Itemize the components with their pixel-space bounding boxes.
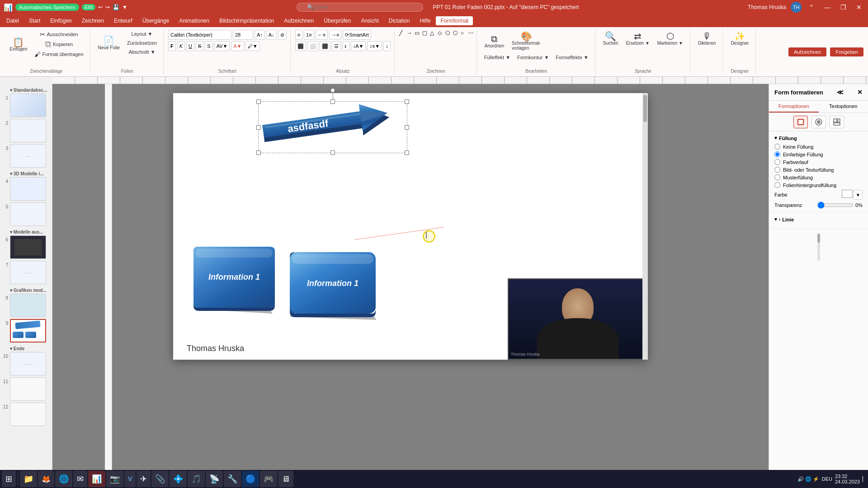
slide-preview-9[interactable]: [10, 319, 46, 343]
more-icon[interactable]: ▼: [122, 4, 127, 10]
shape-more[interactable]: ⋯: [468, 30, 476, 36]
taskbar-telegram[interactable]: ✈: [137, 471, 151, 487]
font-color-btn[interactable]: A▼: [231, 41, 244, 51]
tab-formoptionen[interactable]: Formoptionen: [769, 101, 819, 113]
taskbar-powerpoint[interactable]: 📊: [88, 471, 105, 487]
color-swatch[interactable]: [842, 190, 853, 198]
shadow-button[interactable]: S: [205, 41, 212, 51]
slide-preview-10[interactable]: --- ---: [10, 352, 46, 375]
layout-icon-btn[interactable]: [830, 116, 844, 128]
columns-btn[interactable]: ⫾: [342, 41, 349, 51]
effects-icon-btn[interactable]: [811, 116, 826, 128]
panel-scrollbar[interactable]: [817, 234, 820, 261]
slide-thumb-1[interactable]: 1: [2, 94, 50, 117]
taskbar-firefox[interactable]: 🦊: [38, 471, 54, 487]
taskbar-app6[interactable]: 🖥: [278, 471, 293, 487]
slide-thumb-4[interactable]: 4: [2, 177, 50, 201]
format-painter-button[interactable]: 🖌Format übertragen: [32, 50, 86, 59]
fill-none-radio[interactable]: [774, 144, 780, 150]
handle-tl[interactable]: [256, 99, 261, 104]
highlight-color-btn[interactable]: 🖊▼: [245, 41, 260, 51]
numbered-list-btn[interactable]: 1≡: [304, 30, 314, 40]
panel-close-icon[interactable]: ✕: [857, 89, 863, 96]
slide-thumb-5[interactable]: 5: [2, 202, 50, 226]
handle-tr[interactable]: [405, 99, 409, 104]
taskbar-camera[interactable]: 📷: [106, 471, 123, 487]
taskbar-app4[interactable]: 🔵: [242, 471, 259, 487]
scrollbar-thumb[interactable]: [643, 95, 647, 122]
window-minimize-btn[interactable]: —: [821, 4, 833, 11]
menu-zeichnen[interactable]: Zeichnen: [77, 16, 108, 25]
taskbar-app3[interactable]: 📡: [206, 471, 223, 487]
handle-br[interactable]: [405, 150, 409, 155]
font-decrease-btn[interactable]: A↓: [266, 30, 277, 40]
slide-preview-3[interactable]: ---: [10, 144, 46, 168]
fill-gradient-radio[interactable]: [774, 159, 780, 165]
shape-arrow[interactable]: →: [407, 30, 414, 36]
taskbar-chrome[interactable]: 🌐: [55, 471, 72, 487]
font-name-input[interactable]: [168, 30, 231, 40]
effects-button[interactable]: Formeffekte ▼: [553, 53, 591, 61]
smartart-convert-btn[interactable]: ⟳SmartArt: [343, 30, 371, 40]
group-label-ende[interactable]: Ende: [2, 344, 50, 352]
taskbar-visio[interactable]: V: [124, 471, 136, 487]
justify-btn[interactable]: ☰: [332, 41, 341, 51]
group-label-3dmodels[interactable]: 3D Modelle i...: [2, 169, 50, 177]
taskbar-outlook[interactable]: ✉: [73, 471, 87, 487]
reset-button[interactable]: Zurücksetzen: [124, 39, 160, 47]
window-close-btn[interactable]: ✕: [854, 4, 864, 11]
search-input[interactable]: [297, 3, 423, 12]
slide-thumb-7[interactable]: 7 --- ---: [2, 261, 50, 284]
handle-tc[interactable]: [330, 99, 335, 104]
shape-line[interactable]: ╱: [399, 30, 406, 36]
undo-icon[interactable]: ↩: [98, 4, 103, 10]
transparency-slider[interactable]: [817, 202, 854, 209]
freigeben-button[interactable]: Freigeben: [830, 47, 863, 56]
taskbar-app5[interactable]: 🎮: [260, 471, 277, 487]
menu-ueberpruefen[interactable]: Überprüfen: [319, 16, 355, 25]
align-center-btn[interactable]: ⬜: [307, 41, 318, 51]
copy-button[interactable]: ⿻Kopieren: [32, 40, 86, 49]
slide-preview-8[interactable]: [10, 294, 46, 317]
rotation-handle[interactable]: [330, 88, 335, 93]
section-button[interactable]: Abschnitt ▼: [124, 48, 160, 56]
taskbar-file-explorer[interactable]: 📁: [20, 471, 37, 487]
slide-thumb-2[interactable]: 2: [2, 119, 50, 142]
align-text-btn[interactable]: ↕≡▼: [367, 41, 382, 51]
slide-thumb-3[interactable]: 3 ---: [2, 144, 50, 168]
aufzeichnen-button[interactable]: Aufzeichnen: [788, 47, 827, 56]
group-label-models[interactable]: Modelle aus...: [2, 228, 50, 235]
tab-textoptionen[interactable]: Textoptionen: [819, 101, 868, 113]
text-direction-btn[interactable]: ↕A▼: [351, 41, 366, 51]
font-increase-btn[interactable]: A↑: [255, 30, 265, 40]
menu-aufzeichnen[interactable]: Aufzeichnen: [279, 16, 318, 25]
strikethrough-button[interactable]: S: [196, 41, 203, 51]
align-left-btn[interactable]: ⬛: [295, 41, 306, 51]
cut-button[interactable]: ✂Ausschneiden: [32, 30, 86, 39]
menu-einfuegen[interactable]: Einfügen: [46, 16, 76, 25]
italic-button[interactable]: K: [177, 41, 185, 51]
fill-line-icon-btn[interactable]: [793, 116, 808, 128]
bold-button[interactable]: F: [168, 41, 176, 51]
search-replace-btn[interactable]: 🔍 Suchen: [600, 30, 622, 47]
slide-thumb-12[interactable]: 12: [2, 403, 50, 426]
handle-mr[interactable]: [405, 125, 409, 130]
shape-diamond[interactable]: ◇: [438, 30, 445, 36]
group-label-standard[interactable]: Standardabsc...: [2, 86, 50, 94]
slide-thumb-11[interactable]: 11: [2, 377, 50, 401]
start-button[interactable]: ⊞: [2, 471, 16, 487]
slide-preview-1[interactable]: [10, 94, 46, 117]
handle-bl[interactable]: [256, 150, 261, 155]
slide-scrollbar[interactable]: [642, 93, 648, 360]
menu-datei[interactable]: Datei: [2, 16, 24, 25]
menu-ansicht[interactable]: Ansicht: [356, 16, 383, 25]
panel-collapse-icon[interactable]: ≪: [837, 89, 844, 96]
autosave-toggle[interactable]: Automatisches Speichern: [15, 4, 79, 11]
fill-solid-radio[interactable]: [774, 151, 780, 157]
fill-pattern-radio[interactable]: [774, 174, 780, 180]
neue-folie-button[interactable]: 📄 Neue Folie: [95, 34, 123, 52]
align-right-btn[interactable]: ⬛: [320, 41, 330, 51]
show-desktop-btn[interactable]: ▏: [863, 476, 866, 482]
quick-styles-button[interactable]: 🎨 Schnellformat-vorlagen: [509, 30, 544, 52]
slide-preview-6[interactable]: [10, 235, 46, 259]
